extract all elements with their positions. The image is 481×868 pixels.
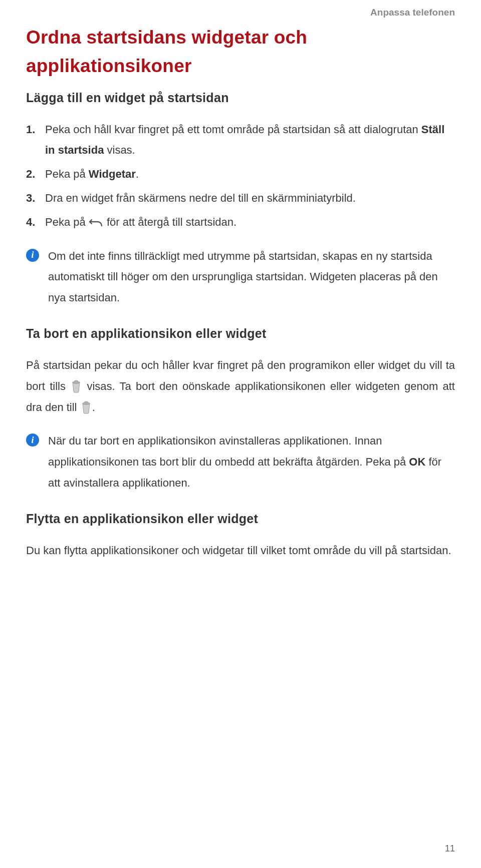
page-title: Ordna startsidans widgetar och applikati… — [26, 23, 455, 81]
step-item: Peka på för att återgå till startsidan. — [26, 212, 455, 233]
document-page: Anpassa telefonen Ordna startsidans widg… — [0, 0, 481, 868]
para-text-tail: . — [92, 401, 95, 413]
paragraph: Du kan flytta applikationsikoner och wid… — [26, 540, 455, 561]
trash-icon — [70, 379, 82, 393]
info-text-a: När du tar bort en applikationsikon avin… — [48, 435, 409, 468]
info-text: Om det inte finns tillräckligt med utrym… — [48, 246, 455, 308]
trash-icon — [80, 400, 92, 414]
step-text-tail: visas. — [104, 144, 135, 156]
info-icon: i — [26, 249, 39, 262]
step-bold: Widgetar — [89, 168, 136, 180]
step-text: Peka och håll kvar fingret på ett tomt o… — [45, 123, 421, 136]
step-text: Dra en widget från skärmens nedre del ti… — [45, 192, 356, 204]
svg-rect-1 — [75, 380, 78, 382]
info-note: i Om det inte finns tillräckligt med utr… — [26, 246, 455, 308]
heading-add-widget: Lägga till en widget på startsidan — [26, 91, 455, 105]
section-header: Anpassa telefonen — [370, 7, 455, 18]
step-item: Dra en widget från skärmens nedre del ti… — [26, 188, 455, 209]
steps-list: Peka och håll kvar fingret på ett tomt o… — [26, 119, 455, 233]
paragraph: På startsidan pekar du och håller kvar f… — [26, 355, 455, 417]
step-text-tail: . — [136, 168, 139, 180]
step-text-tail: för att återgå till startsidan. — [104, 216, 236, 228]
info-icon: i — [26, 433, 39, 447]
step-text: Peka på — [45, 216, 89, 228]
back-icon — [89, 214, 104, 226]
heading-move-widget: Flytta en applikationsikon eller widget — [26, 512, 455, 526]
info-bold: OK — [409, 456, 425, 468]
svg-rect-3 — [85, 401, 88, 403]
page-number: 11 — [445, 843, 455, 854]
heading-remove-widget: Ta bort en applikationsikon eller widget — [26, 326, 455, 341]
step-text: Peka på — [45, 168, 89, 180]
step-item: Peka på Widgetar. — [26, 164, 455, 185]
info-note: i När du tar bort en applikationsikon av… — [26, 430, 455, 493]
info-text: När du tar bort en applikationsikon avin… — [48, 430, 455, 493]
step-item: Peka och håll kvar fingret på ett tomt o… — [26, 119, 455, 161]
